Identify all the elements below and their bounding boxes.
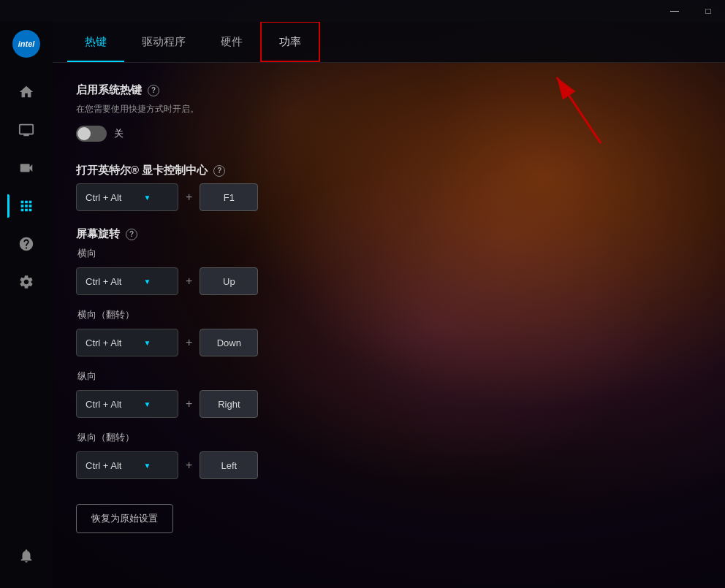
system-hotkeys-section: 启用系统热键 ? 在您需要使用快捷方式时开启。 关	[76, 83, 702, 142]
reset-button[interactable]: 恢复为原始设置	[76, 504, 173, 533]
system-hotkeys-toggle[interactable]	[76, 126, 107, 142]
maximize-button[interactable]: □	[691, 0, 725, 22]
sidebar-item-video[interactable]	[9, 150, 44, 186]
toggle-row: 关	[76, 126, 702, 142]
screen-rotation-help-icon[interactable]: ?	[126, 229, 137, 240]
sidebar-item-display[interactable]	[9, 112, 44, 148]
rotation-1-label: 横向（翻转）	[77, 308, 702, 321]
sidebar-item-help[interactable]	[9, 226, 44, 261]
system-hotkeys-title: 启用系统热键 ?	[76, 83, 702, 97]
rotation-2: 纵向 Ctrl + Alt ▼ + Right	[76, 370, 702, 418]
bell-icon	[18, 548, 34, 564]
rotation-3: 纵向（翻转） Ctrl + Alt ▼ + Left	[76, 431, 702, 479]
system-hotkeys-help-icon[interactable]: ?	[148, 85, 159, 96]
sidebar-bottom	[9, 538, 44, 588]
sidebar-item-apps[interactable]	[9, 188, 44, 224]
logo: intel	[10, 28, 42, 60]
rotation-2-row: Ctrl + Alt ▼ + Right	[76, 390, 702, 418]
minimize-button[interactable]: —	[658, 0, 691, 22]
open-control-key-button[interactable]: F1	[200, 183, 258, 211]
rotation-1-modifier-dropdown[interactable]: Ctrl + Alt ▼	[76, 329, 178, 356]
plus-sign: +	[186, 191, 192, 204]
dropdown-arrow-icon-r2: ▼	[144, 400, 151, 408]
rotation-2-modifier-dropdown[interactable]: Ctrl + Alt ▼	[76, 390, 178, 418]
sidebar-nav	[9, 69, 44, 538]
open-control-section: 打开英特尔® 显卡控制中心 ? Ctrl + Alt ▼ + F1	[76, 164, 702, 211]
rotation-1-key-button[interactable]: Down	[200, 329, 258, 356]
open-control-modifier-dropdown[interactable]: Ctrl + Alt ▼	[76, 183, 178, 211]
tab-power[interactable]: 功率	[260, 21, 320, 62]
rotation-0-key-button[interactable]: Up	[200, 267, 258, 295]
plus-sign-r2: +	[186, 397, 192, 411]
tabs-bar: 热键 驱动程序 硬件 功率	[53, 22, 725, 63]
tab-hardware[interactable]: 硬件	[203, 21, 260, 62]
intel-logo: intel	[12, 30, 40, 58]
rotation-2-label: 纵向	[77, 370, 702, 383]
sidebar-item-home[interactable]	[9, 75, 44, 110]
dropdown-arrow-icon: ▼	[144, 194, 151, 202]
sidebar: intel	[0, 22, 53, 588]
toggle-label: 关	[114, 127, 124, 140]
rotation-0: 横向 Ctrl + Alt ▼ + Up	[76, 247, 702, 295]
plus-sign-r0: +	[186, 275, 192, 288]
gear-icon	[18, 274, 34, 290]
rotation-1-row: Ctrl + Alt ▼ + Down	[76, 329, 702, 356]
display-icon	[18, 122, 34, 138]
plus-sign-r3: +	[186, 459, 192, 472]
rotation-0-label: 横向	[77, 247, 702, 260]
rotation-1: 横向（翻转） Ctrl + Alt ▼ + Down	[76, 308, 702, 356]
rotation-2-key-button[interactable]: Right	[200, 390, 258, 418]
screen-rotation-section: 屏幕旋转 ? 横向 Ctrl + Alt ▼ + Up	[76, 227, 702, 479]
dropdown-arrow-icon-r3: ▼	[144, 462, 151, 470]
dropdown-arrow-icon-r0: ▼	[144, 278, 151, 286]
rotation-3-modifier-dropdown[interactable]: Ctrl + Alt ▼	[76, 451, 178, 479]
rotation-0-modifier-dropdown[interactable]: Ctrl + Alt ▼	[76, 267, 178, 295]
open-control-help-icon[interactable]: ?	[213, 165, 225, 177]
rotation-3-row: Ctrl + Alt ▼ + Left	[76, 451, 702, 479]
home-icon	[18, 84, 34, 100]
main-area: 热键 驱动程序 硬件 功率 启用系统热键 ?	[53, 22, 725, 588]
titlebar: — □	[0, 0, 725, 22]
plus-sign-r1: +	[186, 336, 192, 349]
apps-icon	[18, 198, 34, 214]
rotation-3-label: 纵向（翻转）	[77, 431, 702, 444]
tab-drivers[interactable]: 驱动程序	[124, 21, 203, 62]
rotation-0-row: Ctrl + Alt ▼ + Up	[76, 267, 702, 295]
open-control-shortcut-row: Ctrl + Alt ▼ + F1	[76, 183, 702, 211]
system-hotkeys-subtitle: 在您需要使用快捷方式时开启。	[76, 103, 702, 115]
content-area: 启用系统热键 ? 在您需要使用快捷方式时开启。 关 打开英特尔® 显卡控制中心 …	[53, 63, 725, 588]
video-icon	[18, 160, 34, 176]
screen-rotation-title: 屏幕旋转 ?	[76, 227, 702, 241]
help-icon	[18, 236, 34, 252]
sidebar-item-settings[interactable]	[9, 264, 44, 299]
sidebar-item-notification[interactable]	[9, 538, 44, 573]
dropdown-arrow-icon-r1: ▼	[144, 339, 151, 347]
tab-hotkeys[interactable]: 热键	[67, 21, 124, 62]
rotation-3-key-button[interactable]: Left	[200, 451, 258, 479]
open-control-title: 打开英特尔® 显卡控制中心 ?	[76, 164, 702, 177]
